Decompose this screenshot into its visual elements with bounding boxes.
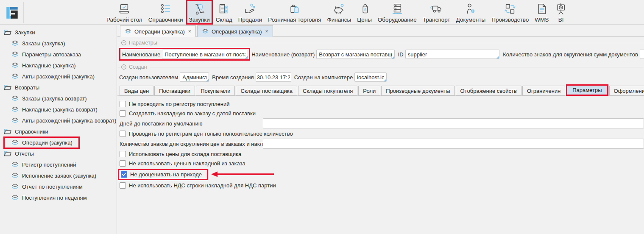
id-input[interactable] xyxy=(405,50,500,59)
layers-icon xyxy=(11,61,19,70)
return-name-input[interactable] xyxy=(316,50,394,59)
folder-icon xyxy=(3,28,12,36)
section-tab-label: Поставщики xyxy=(159,88,190,94)
doc-tab[interactable]: Операция (закупка)× xyxy=(197,25,273,37)
checkbox[interactable] xyxy=(120,182,126,189)
option-input[interactable] xyxy=(263,139,644,149)
section-tab[interactable]: Параметры xyxy=(566,84,608,96)
rounding-input[interactable] xyxy=(640,50,644,59)
document-tabs: Операции (закупка)×Операция (закупка)× xyxy=(117,25,644,37)
sidebar-item[interactable]: Накладные (закупка) xyxy=(0,60,117,71)
close-icon[interactable]: × xyxy=(265,28,268,34)
toolbar-item-hand-coins[interactable]: Продажи xyxy=(235,0,265,25)
svg-text:$: $ xyxy=(364,8,366,12)
collapse-icon[interactable] xyxy=(121,40,127,46)
sidebar-item[interactable]: Возвраты xyxy=(0,82,117,93)
toolbar-item-desktop[interactable]: Рабочий стол xyxy=(103,0,145,25)
sidebar-item[interactable]: Отчет по поступлениям xyxy=(0,181,117,192)
sidebar-item[interactable]: Акты расхождений (закупка-возврат) xyxy=(0,115,117,126)
sidebar-item[interactable]: Параметры автозаказа xyxy=(0,49,117,60)
section-tab-label: Параметры xyxy=(572,87,602,93)
created-user-input[interactable] xyxy=(180,72,209,82)
section-tab[interactable]: Роли xyxy=(358,86,380,96)
toolbar-item-piggy-bank[interactable]: Финансы xyxy=(324,0,354,25)
section-tab[interactable]: Поставщики xyxy=(154,86,195,96)
checkbox-label: Не использовать цены в накладной из зака… xyxy=(129,160,245,167)
sidebar-item-label: Регистр поступлений xyxy=(22,162,76,168)
checkbox[interactable] xyxy=(121,171,127,178)
option-row: Не использовать цены в накладной из зака… xyxy=(120,159,644,168)
section-tab[interactable]: Склады покупателя xyxy=(298,86,357,96)
highlight-annotation-name: Наименование xyxy=(119,48,250,61)
toolbar-item-server[interactable]: Оборудование xyxy=(375,0,420,25)
created-time-input[interactable] xyxy=(256,72,291,82)
option-row: Не использовать НДС строки накладной для… xyxy=(120,181,644,190)
sidebar-item[interactable]: Операции (закупка) xyxy=(0,137,117,148)
option-input[interactable] xyxy=(263,118,644,128)
collapse-icon[interactable] xyxy=(121,64,127,70)
toolbar-item-document[interactable]: WMS xyxy=(532,0,552,25)
group-title: Создан xyxy=(129,64,147,70)
section-tab[interactable]: Покупатели xyxy=(196,86,235,96)
checkbox-label: Не проводить по регистру поступлений xyxy=(129,101,230,107)
handtruck-icon xyxy=(193,2,206,16)
toolbar-item-squares-cycle[interactable]: Производство xyxy=(488,0,532,25)
sidebar-item[interactable]: Справочники xyxy=(0,126,117,137)
sidebar-item[interactable]: Регистр поступлений xyxy=(0,159,117,170)
section-tab-label: Производные документы xyxy=(386,88,450,94)
toolbar-item-price-tag[interactable]: $Цены xyxy=(354,0,375,25)
created-time-label: Время создания xyxy=(212,74,254,81)
id-fieldwrap xyxy=(405,50,500,59)
sidebar-item[interactable]: Заказы (закупка) xyxy=(0,38,117,49)
checkbox-label: Создавать накладную по заказу с датой по… xyxy=(129,110,256,117)
sidebar-item[interactable]: Исполнение заявок (закупка) xyxy=(0,170,117,181)
doc-tab[interactable]: Операции (закупка)× xyxy=(120,25,196,37)
sidebar-item[interactable]: Поступления по неделям xyxy=(0,192,117,203)
toolbar-item-chart-board[interactable]: BI xyxy=(552,0,570,25)
section-tab[interactable]: Виды цен xyxy=(120,86,153,96)
checkbox[interactable] xyxy=(120,101,126,107)
toolbar-item-shopping-bags[interactable]: Розничная торговля xyxy=(265,0,324,25)
toolbar-item-truck[interactable]: Транспорт xyxy=(420,0,453,25)
section-tab-label: Склады поставщика xyxy=(240,88,292,94)
option-fieldwrap xyxy=(263,118,644,128)
sidebar-item[interactable]: Отчеты xyxy=(0,148,117,159)
layers-icon xyxy=(11,194,19,202)
layers-icon xyxy=(11,72,19,81)
close-icon[interactable]: × xyxy=(188,28,191,34)
checkbox[interactable] xyxy=(120,131,126,137)
checkbox-label: Не использовать НДС строки накладной для… xyxy=(129,182,276,189)
toolbar-item-label: Розничная торговля xyxy=(268,17,321,23)
checkbox[interactable] xyxy=(120,110,126,117)
sidebar-item[interactable]: Акты расхождений (закупка) xyxy=(0,71,117,82)
layers-icon xyxy=(11,95,19,103)
toolbar-item-warehouse[interactable]: Склад xyxy=(213,0,235,25)
piggy-bank-icon xyxy=(333,2,346,16)
created-time-fieldwrap xyxy=(256,72,291,82)
name-input[interactable] xyxy=(162,50,248,59)
section-tab[interactable]: Оформление накладных xyxy=(609,86,644,96)
toolbar-item-label: Склад xyxy=(216,17,232,23)
id-label: ID xyxy=(398,51,404,58)
server-icon xyxy=(391,2,404,16)
doc-tab-label: Операции (закупка) xyxy=(134,28,185,35)
toolbar-item-list[interactable]: Справочники xyxy=(145,0,186,25)
section-tab[interactable]: Отображение свойств xyxy=(456,86,521,96)
toolbar-item-person-globe[interactable]: Документы xyxy=(453,0,489,25)
sidebar-item[interactable]: Накладные (закупка-возврат) xyxy=(0,104,117,115)
section-tab[interactable]: Ограничения xyxy=(522,86,565,96)
toolbar-item-label: Закупки xyxy=(189,17,210,23)
sidebar-item[interactable]: Закупки xyxy=(0,27,117,38)
checkbox[interactable] xyxy=(120,160,126,167)
sidebar-item[interactable]: Заказы (закупка-возврат) xyxy=(0,93,117,104)
created-computer-input[interactable] xyxy=(354,72,387,82)
option-row: Создавать накладную по заказу с датой по… xyxy=(120,109,644,118)
section-tab[interactable]: Склады поставщика xyxy=(236,86,297,96)
section-tab[interactable]: Производные документы xyxy=(381,86,454,96)
folder-icon xyxy=(3,127,12,136)
layers-icon xyxy=(11,172,19,180)
price-tag-icon: $ xyxy=(358,2,371,16)
checkbox[interactable] xyxy=(120,151,126,157)
toolbar-item-handtruck[interactable]: Закупки xyxy=(186,0,213,25)
layers-icon xyxy=(11,39,19,47)
